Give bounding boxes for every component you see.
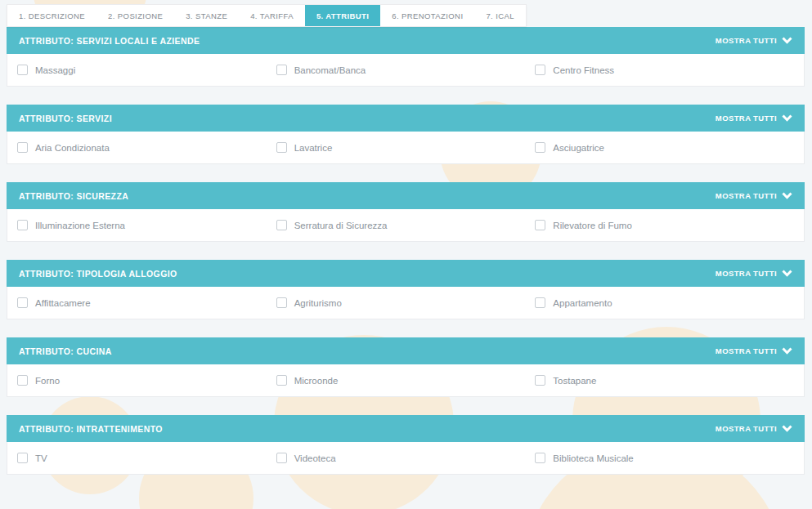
attribute-checkbox-item[interactable]: Biblioteca Musicale: [535, 453, 794, 463]
checkbox-label: Bancomat/Banca: [294, 65, 366, 75]
tab-prenotazioni[interactable]: 6. PRENOTAZIONI: [380, 5, 474, 26]
chevron-down-icon: [782, 114, 792, 122]
checkbox-label: Affittacamere: [35, 298, 91, 308]
checkbox-label: Serratura di Sicurezza: [294, 221, 388, 230]
checkbox[interactable]: [276, 142, 287, 153]
attribute-checkbox-item[interactable]: Videoteca: [276, 453, 536, 463]
checkbox-label: Appartamento: [553, 298, 612, 308]
checkbox-label: Agriturismo: [294, 298, 342, 308]
checkbox[interactable]: [276, 297, 287, 308]
attribute-checkbox-item[interactable]: Agriturismo: [276, 297, 536, 308]
attribute-checkbox-item[interactable]: Bancomat/Banca: [276, 65, 536, 75]
show-all-label: MOSTRA TUTTI: [716, 114, 777, 123]
chevron-down-icon: [782, 192, 792, 199]
checkbox-label: Microonde: [294, 376, 339, 386]
section-title: ATTRIBUTO: SERVIZI LOCALI E AZIENDE: [19, 36, 200, 46]
attribute-checkbox-item[interactable]: TV: [17, 453, 276, 463]
checkbox[interactable]: [535, 375, 545, 386]
show-all-toggle[interactable]: MOSTRA TUTTI: [716, 36, 792, 45]
show-all-toggle[interactable]: MOSTRA TUTTI: [716, 114, 792, 123]
attribute-checkbox-item[interactable]: Massaggi: [17, 65, 276, 75]
checkbox-label: Massaggi: [35, 65, 75, 75]
section-body: Illuminazione Esterna Serratura di Sicur…: [7, 209, 805, 242]
checkbox[interactable]: [17, 375, 28, 386]
show-all-toggle[interactable]: MOSTRA TUTTI: [716, 191, 792, 200]
attribute-section-servizi: ATTRIBUTO: SERVIZI MOSTRA TUTTI Aria Con…: [7, 105, 805, 164]
attribute-checkbox-item[interactable]: Illuminazione Esterna: [17, 220, 276, 230]
show-all-toggle[interactable]: MOSTRA TUTTI: [716, 269, 792, 278]
attribute-section-sicurezza: ATTRIBUTO: SICUREZZA MOSTRA TUTTI Illumi…: [7, 182, 805, 242]
checkbox[interactable]: [276, 375, 287, 386]
attribute-checkbox-item[interactable]: Centro Fitness: [535, 65, 794, 75]
attribute-checkbox-item[interactable]: Aria Condizionata: [17, 142, 276, 153]
show-all-toggle[interactable]: MOSTRA TUTTI: [716, 346, 792, 355]
section-header: ATTRIBUTO: SERVIZI MOSTRA TUTTI: [7, 105, 805, 132]
checkbox[interactable]: [17, 65, 28, 75]
tab-ical[interactable]: 7. ICAL: [474, 5, 525, 26]
attribute-section-servizi-locali: ATTRIBUTO: SERVIZI LOCALI E AZIENDE MOST…: [7, 27, 805, 87]
show-all-toggle[interactable]: MOSTRA TUTTI: [716, 424, 792, 433]
checkbox[interactable]: [535, 453, 545, 463]
section-header: ATTRIBUTO: INTRATTENIMENTO MOSTRA TUTTI: [7, 415, 805, 442]
show-all-label: MOSTRA TUTTI: [716, 191, 777, 200]
attribute-checkbox-item[interactable]: Serratura di Sicurezza: [276, 220, 536, 230]
section-body: Aria Condizionata Lavatrice Asciugatrice: [7, 132, 805, 164]
show-all-label: MOSTRA TUTTI: [716, 36, 777, 45]
checkbox[interactable]: [535, 297, 545, 308]
checkbox-label: Rilevatore di Fumo: [553, 221, 632, 230]
checkbox-label: Videoteca: [294, 453, 336, 463]
attribute-section-cucina: ATTRIBUTO: CUCINA MOSTRA TUTTI Forno Mic…: [7, 337, 805, 397]
attribute-section-intrattenimento: ATTRIBUTO: INTRATTENIMENTO MOSTRA TUTTI …: [7, 415, 805, 475]
attribute-checkbox-item[interactable]: Microonde: [276, 375, 536, 386]
section-title: ATTRIBUTO: INTRATTENIMENTO: [19, 424, 163, 434]
section-header: ATTRIBUTO: SICUREZZA MOSTRA TUTTI: [7, 182, 805, 209]
checkbox[interactable]: [535, 142, 545, 153]
show-all-label: MOSTRA TUTTI: [716, 269, 777, 278]
chevron-down-icon: [782, 270, 792, 277]
checkbox-label: Illuminazione Esterna: [35, 221, 125, 230]
chevron-down-icon: [782, 37, 792, 44]
attribute-checkbox-item[interactable]: Forno: [17, 375, 276, 386]
attribute-checkbox-item[interactable]: Lavatrice: [276, 142, 536, 153]
section-header: ATTRIBUTO: TIPOLOGIA ALLOGGIO MOSTRA TUT…: [7, 260, 805, 287]
checkbox[interactable]: [17, 297, 28, 308]
checkbox-label: Biblioteca Musicale: [553, 453, 633, 463]
tab-descrizione[interactable]: 1. DESCRIZIONE: [7, 5, 96, 26]
section-body: Forno Microonde Tostapane: [7, 364, 805, 397]
attribute-checkbox-item[interactable]: Appartamento: [535, 297, 794, 308]
chevron-down-icon: [782, 347, 792, 355]
section-body: Massaggi Bancomat/Banca Centro Fitness: [7, 54, 805, 87]
section-title: ATTRIBUTO: CUCINA: [19, 346, 112, 356]
show-all-label: MOSTRA TUTTI: [716, 424, 777, 433]
attribute-checkbox-item[interactable]: Asciugatrice: [535, 142, 794, 153]
show-all-label: MOSTRA TUTTI: [716, 346, 777, 355]
checkbox[interactable]: [535, 220, 545, 230]
checkbox[interactable]: [17, 220, 28, 230]
tab-bar: 1. DESCRIZIONE 2. POSIZIONE 3. STANZE 4.…: [7, 4, 527, 27]
section-header: ATTRIBUTO: SERVIZI LOCALI E AZIENDE MOST…: [7, 27, 805, 54]
checkbox[interactable]: [17, 453, 28, 463]
attribute-checkbox-item[interactable]: Rilevatore di Fumo: [535, 220, 794, 230]
checkbox[interactable]: [276, 453, 287, 463]
checkbox[interactable]: [276, 65, 287, 75]
section-header: ATTRIBUTO: CUCINA MOSTRA TUTTI: [7, 337, 805, 364]
page-content: 1. DESCRIZIONE 2. POSIZIONE 3. STANZE 4.…: [0, 0, 812, 475]
section-title: ATTRIBUTO: SERVIZI: [19, 114, 112, 123]
checkbox-label: Lavatrice: [294, 143, 333, 153]
chevron-down-icon: [782, 425, 792, 432]
attribute-checkbox-item[interactable]: Affittacamere: [17, 297, 276, 308]
checkbox[interactable]: [17, 142, 28, 153]
section-body: Affittacamere Agriturismo Appartamento: [7, 287, 805, 319]
tab-posizione[interactable]: 2. POSIZIONE: [96, 5, 174, 26]
tab-tariffa[interactable]: 4. TARIFFA: [239, 5, 305, 26]
checkbox-label: TV: [35, 453, 47, 463]
section-title: ATTRIBUTO: SICUREZZA: [19, 191, 128, 201]
attribute-checkbox-item[interactable]: Tostapane: [535, 375, 794, 386]
tab-attributi[interactable]: 5. ATTRIBUTI: [305, 5, 380, 26]
checkbox[interactable]: [276, 220, 287, 230]
checkbox-label: Tostapane: [553, 376, 596, 386]
checkbox[interactable]: [535, 65, 545, 75]
section-body: TV Videoteca Biblioteca Musicale: [7, 442, 805, 475]
tab-stanze[interactable]: 3. STANZE: [174, 5, 239, 26]
checkbox-label: Asciugatrice: [553, 143, 604, 153]
